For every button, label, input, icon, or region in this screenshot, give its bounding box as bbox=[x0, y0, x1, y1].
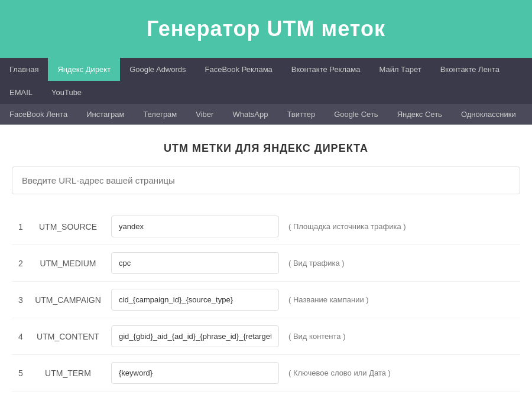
nav-bottom-item[interactable]: Google Сеть bbox=[325, 104, 387, 125]
utm-row-number: 4 bbox=[12, 318, 30, 355]
utm-param-name: UTM_CAMPAIGN bbox=[30, 282, 106, 318]
main-content: UTM МЕТКИ ДЛЯ ЯНДЕКС ДИРЕКТА 1UTM_SOURCE… bbox=[0, 125, 532, 398]
table-row: 5UTM_TERM( Ключевое слово или Дата ) bbox=[12, 355, 520, 392]
nav-top-item[interactable]: YouTube bbox=[42, 81, 91, 104]
table-row: 4UTM_CONTENT( Вид контента ) bbox=[12, 318, 520, 355]
table-row: 1UTM_SOURCE( Площадка источника трафика … bbox=[12, 208, 520, 245]
utm-row-number: 5 bbox=[12, 355, 30, 392]
page-title: Генератор UTM меток bbox=[12, 17, 520, 41]
section-title: UTM МЕТКИ ДЛЯ ЯНДЕКС ДИРЕКТА bbox=[12, 142, 520, 155]
utm-description: ( Площадка источника трафика ) bbox=[284, 208, 520, 245]
utm-value-input[interactable] bbox=[111, 216, 279, 237]
table-row: 3UTM_CAMPAIGN( Название кампании ) bbox=[12, 282, 520, 318]
nav-top-item[interactable]: EMAIL bbox=[0, 81, 42, 104]
utm-description: ( Вид контента ) bbox=[284, 318, 520, 355]
nav-top-item[interactable]: FaceBook Реклама bbox=[196, 58, 282, 81]
table-row: 2UTM_MEDIUM( Вид трафика ) bbox=[12, 245, 520, 282]
utm-description: ( Ключевое слово или Дата ) bbox=[284, 355, 520, 392]
utm-value-cell bbox=[106, 282, 284, 318]
utm-param-name: UTM_MEDIUM bbox=[30, 245, 106, 282]
nav-top-item[interactable]: Google Adwords bbox=[120, 58, 195, 81]
nav-top-item[interactable]: Вконтакте Лента bbox=[431, 58, 509, 81]
utm-description: ( Вид трафика ) bbox=[284, 245, 520, 282]
utm-description: ( Название кампании ) bbox=[284, 282, 520, 318]
utm-value-input[interactable] bbox=[111, 325, 279, 347]
utm-value-cell bbox=[106, 318, 284, 355]
nav-top: ГлавнаяЯндекс ДиректGoogle AdwordsFaceBo… bbox=[0, 58, 532, 104]
nav-bottom-item[interactable]: Одноклассники bbox=[452, 104, 525, 125]
utm-row-number: 2 bbox=[12, 245, 30, 282]
utm-value-input[interactable] bbox=[111, 362, 279, 384]
header: Генератор UTM меток bbox=[0, 0, 532, 58]
utm-value-cell bbox=[106, 208, 284, 245]
utm-row-number: 1 bbox=[12, 208, 30, 245]
nav-bottom-item[interactable]: Инстаграм bbox=[77, 104, 134, 125]
utm-row-number: 3 bbox=[12, 282, 30, 318]
nav-top-item[interactable]: Главная bbox=[0, 58, 48, 81]
nav-top-item[interactable]: Яндекс Директ bbox=[48, 58, 120, 81]
utm-param-name: UTM_SOURCE bbox=[30, 208, 106, 245]
nav-bottom-item[interactable]: FaceBook Лента bbox=[0, 104, 77, 125]
nav-bottom-item[interactable]: Твиттер bbox=[277, 104, 325, 125]
url-input[interactable] bbox=[12, 167, 520, 194]
utm-value-cell bbox=[106, 245, 284, 282]
utm-param-name: UTM_CONTENT bbox=[30, 318, 106, 355]
nav-bottom-item[interactable]: WhatsApp bbox=[223, 104, 277, 125]
nav-top-item[interactable]: Вконтакте Реклама bbox=[282, 58, 370, 81]
nav-bottom-item[interactable]: Viber bbox=[186, 104, 223, 125]
utm-param-name: UTM_TERM bbox=[30, 355, 106, 392]
nav-bottom: FaceBook ЛентаИнстаграмТелеграмViberWhat… bbox=[0, 104, 532, 125]
utm-value-input[interactable] bbox=[111, 289, 279, 311]
nav-top-item[interactable]: Майл Тарет bbox=[369, 58, 430, 81]
nav-bottom-item[interactable]: Яндекс Сеть bbox=[388, 104, 452, 125]
utm-value-input[interactable] bbox=[111, 252, 279, 274]
nav-bottom-item[interactable]: Телеграм bbox=[134, 104, 186, 125]
utm-table: 1UTM_SOURCE( Площадка источника трафика … bbox=[12, 208, 520, 392]
utm-value-cell bbox=[106, 355, 284, 392]
